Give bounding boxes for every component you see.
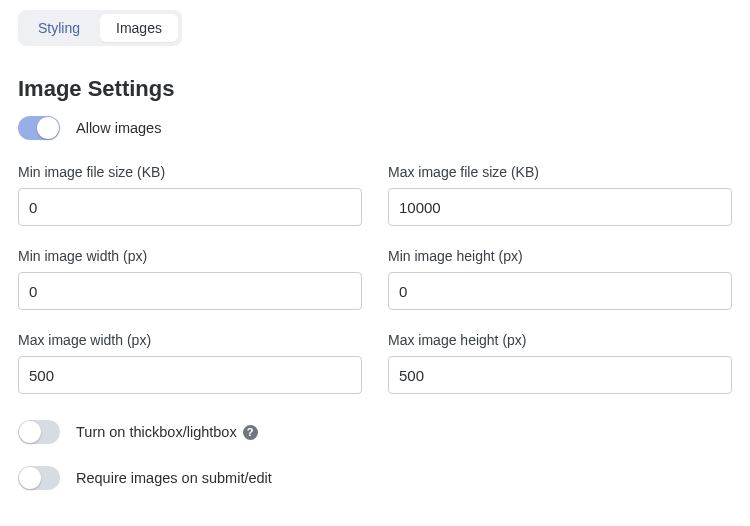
page-title: Image Settings (18, 76, 732, 102)
label-max-width: Max image width (px) (18, 332, 362, 348)
input-max-height[interactable] (388, 356, 732, 394)
tabs: Styling Images (18, 10, 182, 46)
label-max-size: Max image file size (KB) (388, 164, 732, 180)
input-max-size[interactable] (388, 188, 732, 226)
help-icon[interactable]: ? (243, 425, 258, 440)
label-min-size: Min image file size (KB) (18, 164, 362, 180)
input-min-width[interactable] (18, 272, 362, 310)
toggle-require[interactable] (18, 466, 60, 490)
input-min-size[interactable] (18, 188, 362, 226)
label-min-width: Min image width (px) (18, 248, 362, 264)
tab-images[interactable]: Images (100, 14, 178, 42)
toggle-require-label: Require images on submit/edit (76, 470, 272, 486)
toggle-lightbox[interactable] (18, 420, 60, 444)
toggle-allow-images-label: Allow images (76, 120, 161, 136)
label-max-height: Max image height (px) (388, 332, 732, 348)
toggle-lightbox-label: Turn on thickbox/lightbox (76, 424, 237, 440)
input-max-width[interactable] (18, 356, 362, 394)
toggle-allow-images[interactable] (18, 116, 60, 140)
tab-styling[interactable]: Styling (22, 14, 96, 42)
input-min-height[interactable] (388, 272, 732, 310)
label-min-height: Min image height (px) (388, 248, 732, 264)
